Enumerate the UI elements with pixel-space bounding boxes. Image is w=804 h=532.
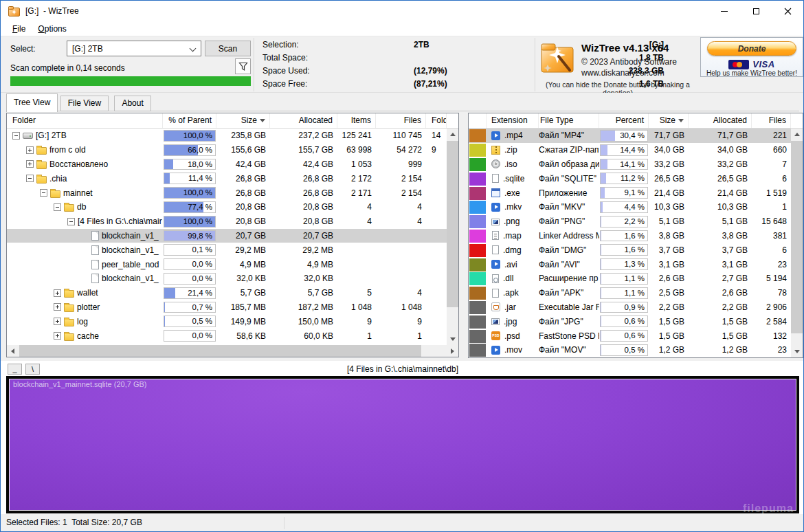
- tree-row[interactable]: cache 0,0 % 58,6 KB 60,0 KB 1 1: [7, 329, 447, 343]
- file-type-icon: [492, 231, 499, 240]
- extension-row[interactable]: .dmg Файл "DMG" 1,6 % 3,7 GB 3,7 GB 6: [469, 243, 791, 257]
- tree-row[interactable]: Восстановлено 18,0 % 42,4 GB 42,4 GB 1 0…: [7, 157, 447, 172]
- scroll-down-button[interactable]: [791, 346, 803, 357]
- tree-row[interactable]: blockchain_v1_ 99,8 % 20,7 GB 20,7 GB: [7, 229, 447, 243]
- tree-row[interactable]: from c old 66,0 % 155,6 GB 155,7 GB 63 9…: [7, 143, 447, 157]
- column-header-extension[interactable]: Extension: [487, 113, 539, 128]
- expand-icon[interactable]: [54, 289, 61, 297]
- treemap-up-level-button[interactable]: \: [25, 364, 40, 375]
- tab-tree-view[interactable]: Tree View: [6, 93, 58, 112]
- file-type-cell: Файл "APK": [539, 288, 599, 298]
- size-cell: 4,9 MB: [216, 260, 270, 269]
- column-header-size[interactable]: Size: [649, 113, 689, 128]
- extension-row[interactable]: .apk Файл "APK" 1,1 % 2,5 GB 2,6 GB 78: [469, 286, 791, 300]
- collapse-icon[interactable]: [54, 203, 61, 211]
- extension-vertical-scrollbar[interactable]: [791, 129, 803, 357]
- scrollbar-thumb[interactable]: [447, 141, 458, 307]
- extension-row[interactable]: .exe Приложение 9,1 % 21,4 GB 21,4 GB 1 …: [469, 186, 791, 200]
- maximize-button[interactable]: [740, 1, 772, 21]
- tab-about[interactable]: About: [114, 96, 150, 111]
- column-header-percent-of-parent[interactable]: % of Parent: [163, 113, 216, 128]
- expand-icon[interactable]: [54, 303, 61, 311]
- extension-row[interactable]: .jar Executable Jar Fi 0,9 % 2,2 GB 2,2 …: [469, 300, 791, 315]
- extension-row[interactable]: .dll Расширение пр 1,1 % 2,6 GB 2,7 GB 5…: [469, 271, 791, 286]
- extension-row[interactable]: .jpg Файл "JPG" 0,6 % 1,5 GB 1,5 GB 2 58…: [469, 314, 791, 329]
- tree-row[interactable]: blockchain_v1_ 0,1 % 29,2 MB 29,2 MB: [7, 243, 447, 257]
- color-swatch-cell: [469, 129, 487, 142]
- column-header-percent[interactable]: Percent: [599, 113, 649, 128]
- donate-button[interactable]: Donate: [707, 41, 796, 56]
- scroll-left-button[interactable]: [7, 345, 19, 357]
- filter-button[interactable]: [235, 58, 251, 74]
- extension-row[interactable]: .avi Файл "AVI" 1,3 % 3,1 GB 3,1 GB 23: [469, 257, 791, 271]
- treemap-block[interactable]: blockchain_v1_mainnet.sqlite (20,7 GB): [6, 376, 799, 513]
- column-header-items[interactable]: Items: [337, 113, 376, 128]
- extension-row[interactable]: .png Файл "PNG" 2,2 % 5,1 GB 5,1 GB 15 6…: [469, 214, 791, 229]
- tree-row[interactable]: plotter 0,7 % 185,7 MB 187,2 MB 1 048 1 …: [7, 300, 447, 315]
- extension-row[interactable]: .mp4 Файл "MP4" 30,4 % 71,7 GB 71,7 GB 2…: [469, 129, 791, 143]
- percent-cell: 0,6 %: [600, 330, 648, 342]
- extension-row[interactable]: PSD.psd FastStone PSD Fi 0,6 % 1,5 GB 1,…: [469, 329, 791, 343]
- tab-file-view[interactable]: File View: [60, 96, 109, 111]
- tree-row[interactable]: blockchain_v1_ 0,0 % 32,0 KB 32,0 KB: [7, 271, 447, 286]
- tree-horizontal-scrollbar[interactable]: [7, 345, 458, 357]
- tree-panel: Folder % of Parent Size Allocated Items …: [6, 113, 459, 357]
- size-cell: 21,4 GB: [649, 188, 689, 198]
- tree-row[interactable]: db 77,4 % 20,8 GB 20,8 GB 4 4: [7, 200, 447, 214]
- scan-button[interactable]: Scan: [205, 41, 251, 56]
- collapse-icon[interactable]: [26, 175, 34, 182]
- expand-icon[interactable]: [26, 146, 34, 154]
- collapse-icon[interactable]: [67, 218, 75, 225]
- scroll-up-button[interactable]: [791, 129, 803, 140]
- tree-row[interactable]: .chia 11,4 % 26,8 GB 26,8 GB 2 172 2 154: [7, 171, 447, 186]
- expand-icon[interactable]: [54, 332, 61, 340]
- tree-row[interactable]: peer_table_nod 0,0 % 4,9 MB 4,9 MB: [7, 257, 447, 271]
- treemap-zoom-out-button[interactable]: _: [8, 364, 22, 375]
- column-header-folder[interactable]: Folder: [7, 113, 163, 128]
- column-header-size[interactable]: Size: [216, 113, 270, 128]
- tree-row[interactable]: mainnet 100,0 % 26,8 GB 26,8 GB 2 171 2 …: [7, 186, 447, 200]
- tree-row[interactable]: [G:] 2TB 100,0 % 235,8 GB 237,2 GB 125 2…: [7, 129, 447, 143]
- extension-row[interactable]: .mov Файл "MOV" 0,5 % 1,2 GB 1,2 GB 23: [469, 343, 791, 357]
- column-header-files[interactable]: Files: [376, 113, 426, 128]
- allocated-cell: 4,9 MB: [270, 260, 337, 269]
- tree-row[interactable]: [4 Files in G:\.chia\mair 100,0 % 20,8 G…: [7, 214, 447, 229]
- menu-item-file[interactable]: File: [6, 21, 32, 36]
- column-header-allocated[interactable]: Allocated: [689, 113, 752, 128]
- column-header-files[interactable]: Files: [752, 113, 791, 128]
- column-header-file-type[interactable]: File Type: [539, 113, 599, 128]
- minimize-button[interactable]: [708, 1, 740, 21]
- collapse-icon[interactable]: [12, 132, 20, 140]
- website-link[interactable]: www.diskanalyzer.com: [581, 68, 665, 78]
- treemap-color-swatch: [469, 187, 486, 200]
- tree-row[interactable]: log 0,5 % 149,9 MB 150,0 MB 9 9: [7, 314, 447, 329]
- column-header-allocated[interactable]: Allocated: [270, 113, 337, 128]
- items-cell: 63 998: [337, 145, 376, 155]
- drive-select[interactable]: [G:] 2TB: [67, 41, 201, 56]
- title-bar: [G:] - WizTree: [1, 1, 803, 21]
- scrollbar-thumb[interactable]: [19, 345, 421, 357]
- scroll-up-button[interactable]: [447, 129, 458, 140]
- scroll-down-button[interactable]: [447, 333, 458, 345]
- tree-row[interactable]: wallet 21,4 % 5,7 GB 5,7 GB 5 4: [7, 286, 447, 300]
- size-cell: 1,5 GB: [649, 331, 689, 341]
- extension-row[interactable]: .iso Файл образа ди 14,1 % 33,2 GB 33,2 …: [469, 157, 791, 172]
- expand-icon[interactable]: [54, 318, 61, 325]
- extension-row[interactable]: .mkv Файл "MKV" 4,4 % 10,3 GB 10,3 GB 1: [469, 200, 791, 214]
- allocated-cell: 29,2 MB: [270, 245, 337, 255]
- scrollbar-thumb[interactable]: [791, 141, 803, 333]
- collapse-icon[interactable]: [40, 189, 47, 197]
- close-button[interactable]: [772, 1, 803, 21]
- scroll-right-button[interactable]: [447, 345, 458, 357]
- extension-row[interactable]: .zip Сжатая ZIP-пап 14,4 % 34,0 GB 34,0 …: [469, 143, 791, 157]
- allocated-cell: 3,7 GB: [689, 245, 752, 255]
- percent-of-parent-cell: 0,0 %: [164, 273, 216, 285]
- expand-icon[interactable]: [26, 160, 34, 168]
- menu-item-options[interactable]: Options: [32, 21, 72, 36]
- extension-row[interactable]: .map Linker Address M 1,6 % 3,8 GB 3,8 G…: [469, 229, 791, 243]
- extension-row[interactable]: .sqlite Файл "SQLITE" 11,2 % 26,5 GB 26,…: [469, 171, 791, 186]
- folder-icon: [36, 176, 47, 184]
- tree-vertical-scrollbar[interactable]: [447, 129, 458, 345]
- color-swatch-cell: [469, 172, 487, 186]
- column-header-folders[interactable]: Folders: [426, 113, 447, 128]
